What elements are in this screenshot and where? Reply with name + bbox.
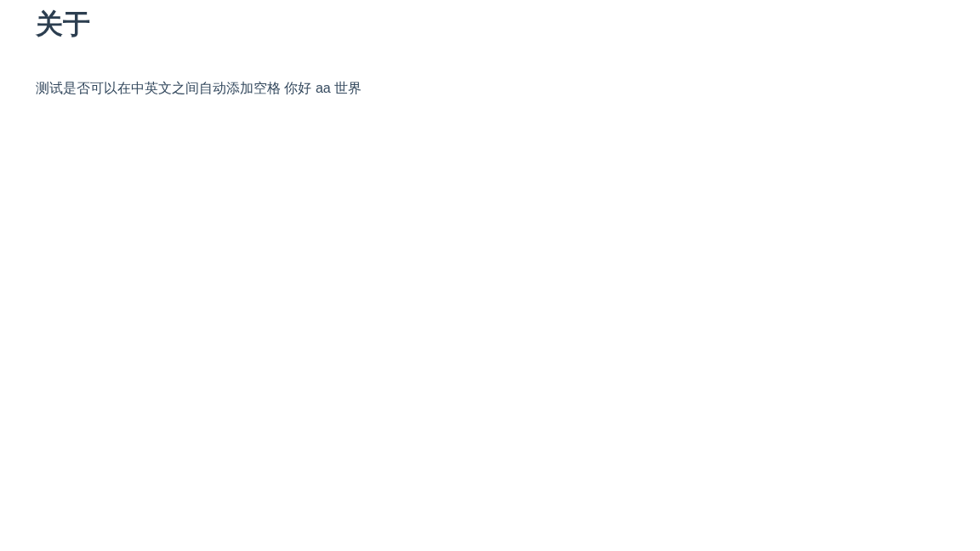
body-paragraph: 测试是否可以在中英文之间自动添加空格 你好 aa 世界 bbox=[36, 77, 944, 99]
page-heading: 关于 bbox=[36, 7, 944, 41]
content-area: 关于 测试是否可以在中英文之间自动添加空格 你好 aa 世界 bbox=[0, 0, 980, 99]
